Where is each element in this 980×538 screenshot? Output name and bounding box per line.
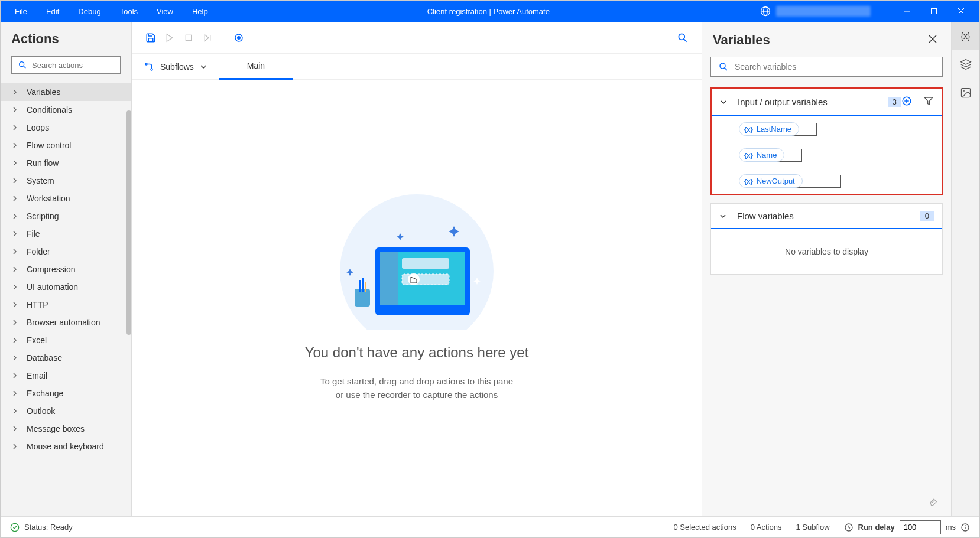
save-button[interactable] (141, 28, 160, 47)
maximize-button[interactable] (920, 1, 947, 22)
chevron-down-icon (720, 99, 727, 106)
record-button[interactable] (229, 28, 248, 47)
action-item-label: Workstation (27, 194, 70, 203)
io-variables-header[interactable]: Input / output variables 3 (712, 89, 942, 116)
action-item-outlook[interactable]: Outlook (1, 402, 131, 420)
close-variables-button[interactable] (925, 31, 940, 48)
menu-help[interactable]: Help (183, 4, 218, 19)
menu-file[interactable]: File (5, 4, 37, 19)
account-blur (776, 6, 871, 17)
empty-illustration (322, 194, 511, 330)
menu-debug[interactable]: Debug (69, 4, 110, 19)
menu-view[interactable]: View (147, 4, 183, 19)
tab-main[interactable]: Main (219, 54, 293, 80)
chevron-right-icon (11, 354, 18, 361)
action-item-exchange[interactable]: Exchange (1, 384, 131, 402)
action-item-flow-control[interactable]: Flow control (1, 136, 131, 154)
action-item-loops[interactable]: Loops (1, 119, 131, 136)
actions-panel: Actions Variables Conditionals Loops Flo… (1, 22, 132, 516)
globe-icon (760, 5, 771, 17)
stop-button[interactable] (179, 28, 198, 47)
status-text: Status: Ready (24, 523, 73, 532)
filter-button[interactable] (924, 96, 933, 107)
chevron-right-icon (11, 372, 18, 379)
chevron-right-icon (11, 124, 18, 131)
add-variable-button[interactable] (901, 96, 912, 108)
variable-chip-lastname[interactable]: {x}LastName (739, 122, 799, 136)
canvas[interactable]: You don't have any actions here yet To g… (132, 80, 702, 516)
rightbar-variables[interactable]: {x} (952, 22, 980, 50)
action-item-message-boxes[interactable]: Message boxes (1, 420, 131, 438)
actions-search-input[interactable] (32, 61, 131, 70)
action-item-email[interactable]: Email (1, 367, 131, 384)
action-item-folder[interactable]: Folder (1, 243, 131, 260)
svg-marker-11 (205, 34, 209, 41)
variable-icon: {x} (744, 126, 753, 133)
actions-search-box[interactable] (11, 56, 121, 74)
chevron-right-icon (11, 407, 18, 415)
action-item-scripting[interactable]: Scripting (1, 207, 131, 225)
chevron-right-icon (11, 106, 18, 113)
subflows-label: Subflows (160, 62, 194, 71)
svg-point-15 (679, 34, 684, 40)
chevron-right-icon (11, 177, 18, 184)
action-item-label: Compression (27, 265, 75, 274)
variable-chip-name[interactable]: {x}Name (739, 148, 784, 162)
step-button[interactable] (198, 28, 217, 47)
info-icon[interactable] (960, 523, 970, 532)
action-item-database[interactable]: Database (1, 349, 131, 367)
actions-count: 0 Actions (751, 523, 782, 532)
action-item-ui-automation[interactable]: UI automation (1, 278, 131, 296)
svg-line-16 (684, 39, 687, 42)
action-item-label: Loops (27, 123, 49, 132)
variable-icon: {x} (744, 152, 753, 159)
action-item-label: Exchange (27, 389, 63, 398)
action-item-http[interactable]: HTTP (1, 296, 131, 314)
action-item-conditionals[interactable]: Conditionals (1, 101, 131, 119)
check-icon (10, 523, 20, 532)
rightbar-layers[interactable] (952, 50, 980, 79)
rightbar-images[interactable] (952, 79, 980, 107)
run-delay-input[interactable] (900, 520, 941, 534)
scrollbar[interactable] (126, 110, 131, 335)
action-item-excel[interactable]: Excel (1, 331, 131, 349)
chevron-right-icon (11, 337, 18, 344)
action-list[interactable]: Variables Conditionals Loops Flow contro… (1, 80, 131, 516)
svg-point-42 (11, 523, 18, 531)
close-button[interactable] (947, 1, 975, 22)
variable-chip-newoutput[interactable]: {x}NewOutput (739, 174, 803, 188)
action-item-workstation[interactable]: Workstation (1, 190, 131, 207)
variables-search-input[interactable] (735, 62, 935, 71)
variables-search-box[interactable] (710, 57, 943, 77)
run-delay-label: Run delay (858, 523, 895, 532)
action-item-browser-automation[interactable]: Browser automation (1, 314, 131, 331)
actions-header: Actions (1, 22, 131, 54)
chevron-right-icon (11, 319, 18, 326)
toolbar (132, 22, 702, 54)
minimize-button[interactable] (893, 1, 920, 22)
action-item-run-flow[interactable]: Run flow (1, 154, 131, 172)
variable-row[interactable]: {x}LastName (712, 116, 942, 142)
menu-edit[interactable]: Edit (37, 4, 69, 19)
titlebar: File Edit Debug Tools View Help Client r… (1, 1, 979, 22)
action-item-mouse-keyboard[interactable]: Mouse and keyboard (1, 438, 131, 455)
action-item-file[interactable]: File (1, 225, 131, 243)
subflows-dropdown[interactable]: Subflows (132, 61, 219, 72)
action-item-label: Outlook (27, 406, 55, 416)
menu-tools[interactable]: Tools (111, 4, 147, 19)
variable-row[interactable]: {x}NewOutput (712, 168, 942, 194)
action-item-label: File (27, 229, 40, 239)
eraser-icon[interactable] (929, 495, 939, 508)
flow-count-badge: 0 (920, 211, 934, 221)
action-item-compression[interactable]: Compression (1, 260, 131, 278)
svg-rect-29 (365, 282, 366, 292)
search-button[interactable] (673, 28, 692, 47)
run-button[interactable] (160, 28, 179, 47)
chevron-right-icon (11, 213, 18, 220)
variable-row[interactable]: {x}Name (712, 142, 942, 168)
action-item-variables[interactable]: Variables (1, 83, 131, 101)
action-item-system[interactable]: System (1, 172, 131, 190)
empty-subtitle: To get started, drag and drop actions to… (320, 375, 513, 402)
flow-variables-header[interactable]: Flow variables 0 (711, 204, 942, 229)
io-variables-list: {x}LastName {x}Name {x}NewOutput (712, 116, 942, 194)
